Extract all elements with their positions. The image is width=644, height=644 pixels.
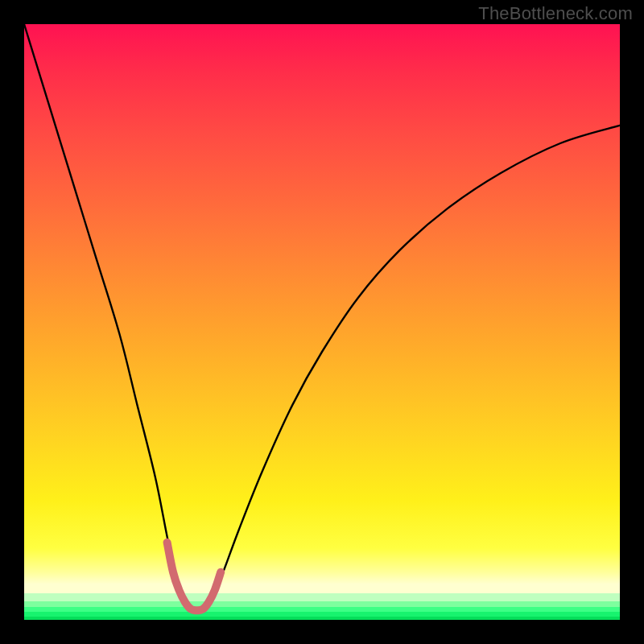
plot-area — [24, 24, 620, 620]
chart-stage: TheBottleneck.com — [0, 0, 644, 644]
bottleneck-curve — [24, 24, 620, 612]
min-marker — [167, 543, 221, 610]
watermark-text: TheBottleneck.com — [478, 3, 633, 24]
chart-svg — [24, 24, 620, 620]
